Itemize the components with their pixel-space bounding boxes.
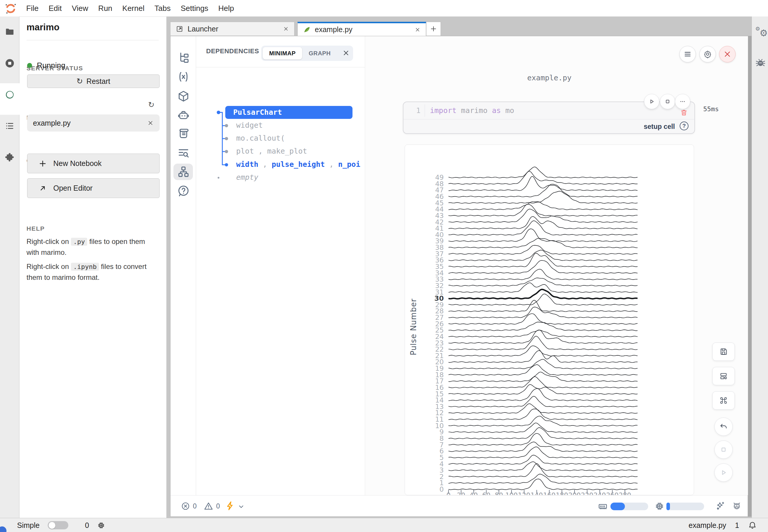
help-icon[interactable] xyxy=(177,184,190,197)
stop-icon-button[interactable] xyxy=(714,440,733,459)
view-mode-toggle: MINIMAPGRAPH xyxy=(261,46,353,61)
activity-rail xyxy=(0,16,19,518)
svg-text:240: 240 xyxy=(594,491,606,495)
menu-icon-button[interactable] xyxy=(679,46,696,62)
notebook-status-toolbar: 0 0 xyxy=(170,495,748,516)
bell-icon[interactable] xyxy=(748,521,757,530)
folder-icon[interactable] xyxy=(5,27,15,37)
simple-mode-toggle[interactable] xyxy=(48,521,68,529)
close-icon[interactable] xyxy=(147,120,154,126)
tree-node[interactable]: mo.callout( xyxy=(236,134,285,142)
session-item[interactable]: example.py xyxy=(27,114,159,132)
save-icon-button[interactable] xyxy=(712,343,735,361)
undo-icon xyxy=(719,422,728,431)
dependency-tree: PulsarChartwidgetmo.callout(plot , make_… xyxy=(196,69,365,192)
settings-gears-icon[interactable]: ⚙⚙ xyxy=(754,25,767,38)
menu-tabs[interactable]: Tabs xyxy=(154,4,170,13)
logs-icon[interactable] xyxy=(177,146,190,159)
svg-text:220: 220 xyxy=(581,491,594,495)
menu-file[interactable]: File xyxy=(26,4,39,13)
leaf-icon xyxy=(303,26,311,34)
cat-icon[interactable] xyxy=(732,501,742,511)
open-editor-button[interactable]: Open Editor xyxy=(27,178,159,198)
ai-assistant-icon[interactable] xyxy=(177,109,190,122)
menu-run[interactable]: Run xyxy=(98,4,112,13)
session-name: example.py xyxy=(33,119,147,127)
tree-node[interactable]: widget xyxy=(236,121,263,129)
stop-cell-icon-button[interactable] xyxy=(660,94,675,109)
variables-icon[interactable] xyxy=(177,70,190,83)
circle-x-icon xyxy=(181,502,190,511)
tree-node-empty[interactable]: empty xyxy=(236,173,258,182)
packages-icon[interactable] xyxy=(177,90,190,103)
menu-edit[interactable]: Edit xyxy=(49,4,62,13)
stop-circle-icon[interactable] xyxy=(5,58,15,68)
mode-graph[interactable]: GRAPH xyxy=(302,47,337,59)
lightning-icon[interactable] xyxy=(225,501,235,511)
undo-icon-button[interactable] xyxy=(714,418,733,436)
gear-icon-button[interactable] xyxy=(699,46,716,62)
save-icon xyxy=(719,347,728,356)
bullet-list-icon[interactable] xyxy=(5,121,15,131)
status-counter: 0 xyxy=(85,521,89,530)
tab-launcher[interactable]: Launcher xyxy=(170,22,295,36)
mode-minimap[interactable]: MINIMAP xyxy=(263,47,302,59)
session-list: example.py xyxy=(27,114,159,132)
layout-icon-button[interactable] xyxy=(712,367,735,385)
dependencies-header: DEPENDENCIES MINIMAPGRAPH xyxy=(196,36,365,67)
run-all-icon-button[interactable] xyxy=(714,463,733,482)
tree-node-active[interactable]: width , pulse_height , n_poi xyxy=(236,160,360,169)
cpu-icon xyxy=(655,501,664,511)
chevron-down-icon[interactable] xyxy=(238,503,245,510)
scratchpad-icon[interactable] xyxy=(177,127,190,140)
run-cell-icon-button[interactable] xyxy=(644,94,659,109)
new-tab-button[interactable] xyxy=(426,22,441,36)
notebook-title: example.py xyxy=(405,74,694,82)
help-heading: HELP xyxy=(26,225,45,232)
help-text: Right-click on .py files to open them wi… xyxy=(26,236,158,258)
trash-icon[interactable] xyxy=(680,109,688,117)
notebook-tool-rail xyxy=(170,36,196,495)
new-notebook-button[interactable]: New Notebook xyxy=(27,154,159,173)
server-status-row: Running xyxy=(27,61,65,70)
svg-text:⚙: ⚙ xyxy=(755,26,760,32)
tab-example-py[interactable]: example.py xyxy=(297,22,426,36)
app-root: FileEditViewRunKernelTabsSettingsHelp ma… xyxy=(0,0,768,532)
restart-button[interactable]: ↻ Restart xyxy=(27,74,159,88)
close-icon[interactable] xyxy=(342,49,350,57)
sidebar: marimo SERVER STATUS Running ↻ Restart R… xyxy=(19,16,166,518)
svg-text:140: 140 xyxy=(531,491,543,495)
menu-kernel[interactable]: Kernel xyxy=(122,4,144,13)
refresh-icon: ↻ xyxy=(76,77,83,86)
marimo-spinner-icon[interactable] xyxy=(5,90,15,100)
tree-node[interactable]: plot , make_plot xyxy=(236,147,307,155)
cpu-usage-bar xyxy=(666,503,704,510)
tree-node-selected[interactable]: PulsarChart xyxy=(225,106,353,119)
close-icon[interactable] xyxy=(415,27,420,33)
svg-text:49: 49 xyxy=(435,174,444,181)
ram-icon xyxy=(598,502,608,511)
puzzle-icon[interactable] xyxy=(5,152,15,162)
close-icon xyxy=(723,50,732,59)
svg-text:260: 260 xyxy=(606,491,619,495)
cell-code[interactable]: import marimo as mo xyxy=(430,106,514,115)
dependency-graph-icon[interactable] xyxy=(177,165,190,178)
cpu-icon[interactable] xyxy=(97,521,105,529)
scrollbar-track[interactable] xyxy=(748,36,752,517)
svg-text:160: 160 xyxy=(543,491,555,495)
svg-text:⚙: ⚙ xyxy=(759,28,767,38)
more-actions-icon-button[interactable] xyxy=(675,94,690,109)
menu-help[interactable]: Help xyxy=(218,4,234,13)
close-icon[interactable] xyxy=(283,26,289,32)
menu-items: FileEditViewRunKernelTabsSettingsHelp xyxy=(26,0,234,16)
sparkle-icon[interactable] xyxy=(715,501,725,511)
debug-bug-icon[interactable] xyxy=(755,57,766,68)
menu-settings[interactable]: Settings xyxy=(180,4,208,13)
marimo-logo-icon xyxy=(5,3,16,14)
file-tree-icon[interactable] xyxy=(177,51,190,64)
close-icon-button[interactable] xyxy=(719,46,736,62)
sessions-refresh-icon[interactable]: ↻ xyxy=(148,100,156,108)
help-circle-icon[interactable]: ? xyxy=(680,122,689,130)
command-icon-button[interactable] xyxy=(712,391,735,410)
menu-view[interactable]: View xyxy=(72,4,88,13)
